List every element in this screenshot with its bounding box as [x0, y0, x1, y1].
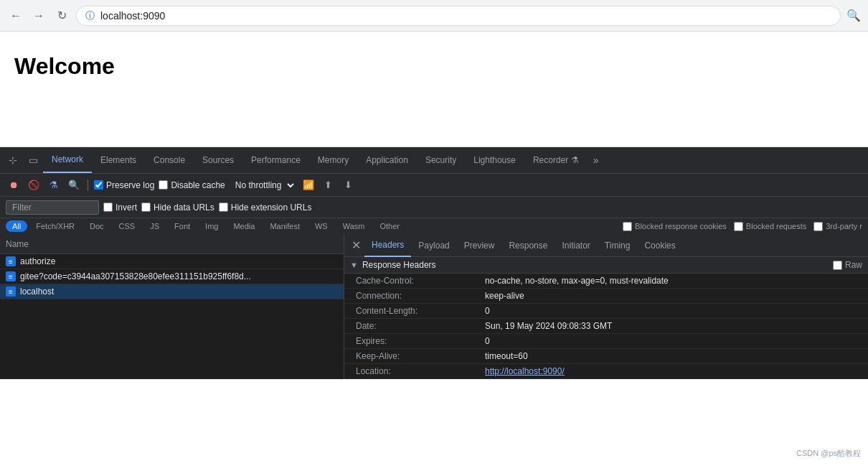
type-btn-media[interactable]: Media	[227, 220, 261, 232]
refresh-button[interactable]: ↻	[53, 7, 70, 24]
header-name-date: Date:	[356, 321, 485, 331]
detail-tab-preview[interactable]: Preview	[457, 234, 502, 257]
type-btn-fetch-xhr[interactable]: Fetch/XHR	[29, 220, 81, 232]
request-icon-gitee: ≡	[6, 271, 16, 281]
request-name-authorize: authorize	[20, 256, 338, 266]
type-filter-bar: All Fetch/XHR Doc CSS JS Font Img Media …	[0, 218, 868, 234]
detail-tabs-bar: ✕ Headers Payload Preview Response Initi…	[344, 234, 868, 257]
header-value-date: Sun, 19 May 2024 09:08:33 GMT	[485, 321, 612, 331]
raw-checkbox[interactable]	[833, 261, 842, 270]
page-title: Welcome	[14, 53, 854, 80]
request-item-gitee[interactable]: ≡ gitee?code=c3944aa307153828e80efee3111…	[0, 269, 344, 284]
filter-icon-button[interactable]: ⚗	[46, 177, 62, 193]
tab-security[interactable]: Security	[417, 147, 465, 173]
filter-bar: Invert Hide data URLs Hide extension URL…	[0, 196, 868, 218]
tab-network[interactable]: Network	[43, 147, 92, 173]
page-content: Welcome	[0, 32, 868, 146]
detail-tab-headers[interactable]: Headers	[364, 234, 411, 257]
tab-performance[interactable]: Performance	[242, 147, 309, 173]
download-icon[interactable]: ⬇	[341, 177, 357, 193]
type-btn-wasm[interactable]: Wasm	[336, 220, 372, 232]
hide-data-urls-checkbox[interactable]	[141, 202, 151, 212]
hide-data-urls-checkbox-label[interactable]: Hide data URLs	[141, 202, 214, 213]
device-toolbar-button[interactable]: ▭	[23, 150, 43, 170]
detail-close-button[interactable]: ✕	[347, 237, 364, 254]
tab-recorder[interactable]: Recorder ⚗	[524, 147, 588, 173]
back-button[interactable]: ←	[7, 7, 24, 24]
search-button[interactable]: 🔍	[66, 177, 82, 193]
type-btn-img[interactable]: Img	[199, 220, 225, 232]
tab-lighthouse[interactable]: Lighthouse	[465, 147, 524, 173]
tab-application[interactable]: Application	[357, 147, 417, 173]
tab-memory[interactable]: Memory	[309, 147, 357, 173]
request-item-authorize[interactable]: ≡ authorize	[0, 254, 344, 269]
type-btn-font[interactable]: Font	[168, 220, 197, 232]
type-btn-other[interactable]: Other	[373, 220, 406, 232]
detail-tab-payload[interactable]: Payload	[411, 234, 456, 257]
browser-search-button[interactable]: 🔍	[846, 9, 861, 22]
section-toggle-icon: ▼	[350, 261, 358, 269]
tab-elements[interactable]: Elements	[92, 147, 145, 173]
third-party-checkbox-label[interactable]: 3rd-party r	[813, 222, 862, 231]
network-content: Name ≡ authorize ≡ gitee?code=c3944aa307…	[0, 234, 868, 379]
disable-cache-checkbox[interactable]	[159, 180, 168, 190]
invert-checkbox[interactable]	[103, 202, 113, 212]
inspect-element-button[interactable]: ⊹	[3, 150, 23, 170]
request-item-localhost[interactable]: ≡ localhost	[0, 284, 344, 299]
type-btn-css[interactable]: CSS	[113, 220, 142, 232]
header-value-cache-control: no-cache, no-store, max-age=0, must-reva…	[485, 276, 669, 286]
more-tabs-button[interactable]: »	[588, 154, 605, 166]
forward-button[interactable]: →	[30, 7, 47, 24]
disable-cache-checkbox-label[interactable]: Disable cache	[159, 180, 225, 190]
third-party-checkbox[interactable]	[813, 222, 823, 231]
header-row-location: Location: http://localhost:9090/	[344, 364, 868, 379]
raw-label: Raw	[845, 260, 862, 270]
detail-content: ▼ Response Headers Raw Cache-Control: no…	[344, 257, 868, 379]
header-row-connection: Connection: keep-alive	[344, 289, 868, 304]
blocked-requests-checkbox[interactable]	[734, 222, 743, 231]
invert-checkbox-label[interactable]: Invert	[103, 202, 137, 213]
type-btn-ws[interactable]: WS	[308, 220, 334, 232]
upload-icon[interactable]: ⬆	[321, 177, 336, 193]
secure-icon: ⓘ	[85, 9, 95, 22]
request-name-localhost: localhost	[20, 286, 338, 297]
header-value-location[interactable]: http://localhost:9090/	[485, 366, 565, 376]
hide-extension-urls-checkbox[interactable]	[219, 202, 228, 212]
detail-tab-timing[interactable]: Timing	[598, 234, 638, 257]
blocked-requests-checkbox-label[interactable]: Blocked requests	[734, 222, 806, 231]
blocked-cookies-checkbox-label[interactable]: Blocked response cookies	[623, 222, 727, 231]
hide-extension-urls-checkbox-label[interactable]: Hide extension URLs	[219, 202, 312, 213]
address-bar[interactable]: ⓘ localhost:9090	[76, 6, 841, 26]
blocked-cookies-checkbox[interactable]	[623, 222, 632, 231]
type-btn-all[interactable]: All	[6, 220, 27, 232]
type-btn-doc[interactable]: Doc	[83, 220, 110, 232]
type-btn-js[interactable]: JS	[143, 220, 166, 232]
type-btn-manifest[interactable]: Manifest	[263, 220, 306, 232]
detail-tab-initiator[interactable]: Initiator	[555, 234, 597, 257]
header-name-expires: Expires:	[356, 336, 485, 346]
response-headers-section[interactable]: ▼ Response Headers Raw	[344, 257, 868, 274]
throttle-select[interactable]: No throttling Fast 3G Slow 3G	[230, 178, 296, 192]
tab-sources[interactable]: Sources	[194, 147, 242, 173]
browser-toolbar: ← → ↻ ⓘ localhost:9090 🔍	[0, 0, 868, 32]
stop-recording-button[interactable]: ⏺	[6, 177, 22, 193]
separator-1	[88, 180, 88, 191]
detail-panel: ✕ Headers Payload Preview Response Initi…	[344, 234, 868, 379]
section-header-right: Raw	[833, 260, 862, 270]
preserve-log-checkbox[interactable]	[94, 180, 103, 190]
header-name-content-length: Content-Length:	[356, 306, 485, 316]
detail-tab-cookies[interactable]: Cookies	[637, 234, 682, 257]
filter-input[interactable]	[6, 200, 99, 215]
header-value-content-length: 0	[485, 306, 490, 316]
preserve-log-checkbox-label[interactable]: Preserve log	[94, 180, 154, 190]
request-list-header: Name	[0, 234, 344, 254]
detail-tab-response[interactable]: Response	[501, 234, 555, 257]
response-headers-label: Response Headers	[362, 260, 436, 270]
header-row-content-length: Content-Length: 0	[344, 304, 868, 319]
header-name-connection: Connection:	[356, 291, 485, 301]
header-value-keep-alive: timeout=60	[485, 351, 528, 361]
request-list: Name ≡ authorize ≡ gitee?code=c3944aa307…	[0, 234, 344, 379]
clear-button[interactable]: 🚫	[26, 177, 42, 193]
header-row-cache-control: Cache-Control: no-cache, no-store, max-a…	[344, 274, 868, 289]
tab-console[interactable]: Console	[145, 147, 194, 173]
